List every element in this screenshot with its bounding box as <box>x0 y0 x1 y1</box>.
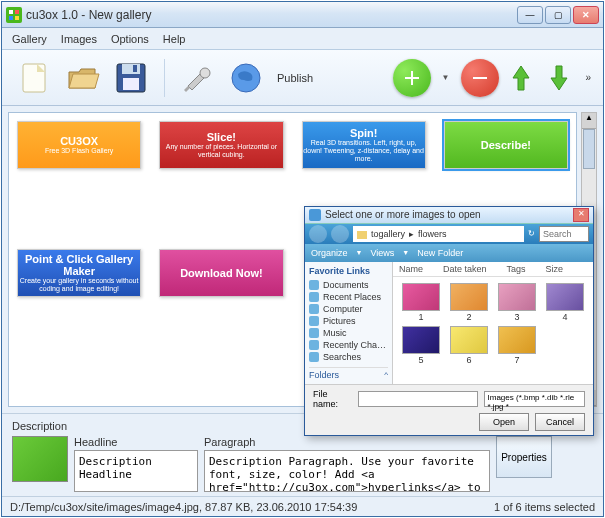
svg-rect-12 <box>473 77 487 79</box>
sidebar-item[interactable]: Recently Chan... <box>309 339 388 351</box>
sidebar-item[interactable]: Computer <box>309 303 388 315</box>
favorites-label: Favorite Links <box>309 266 388 276</box>
svg-rect-0 <box>6 7 22 23</box>
svg-rect-3 <box>9 16 13 20</box>
cancel-button[interactable]: Cancel <box>535 413 585 431</box>
breadcrumb-current: flowers <box>418 229 447 239</box>
svg-rect-8 <box>123 78 139 90</box>
breadcrumb-parent: togallery <box>371 229 405 239</box>
paragraph-input[interactable] <box>204 450 490 492</box>
add-button[interactable] <box>393 59 431 97</box>
file-open-dialog: Select one or more images to open ✕ toga… <box>304 206 594 436</box>
open-button[interactable] <box>62 57 104 99</box>
chevron-right-icon: ▸ <box>409 229 414 239</box>
dialog-titlebar: Select one or more images to open ✕ <box>305 207 593 224</box>
views-button[interactable]: Views <box>370 248 394 258</box>
nav-back-button[interactable] <box>309 225 327 243</box>
save-button[interactable] <box>110 57 152 99</box>
file-item[interactable]: 2 <box>447 283 491 322</box>
folder-icon <box>357 229 367 239</box>
headline-input[interactable] <box>74 450 198 492</box>
col-name[interactable]: Name <box>399 264 423 274</box>
breadcrumb[interactable]: togallery ▸ flowers <box>353 226 524 242</box>
add-dropdown[interactable]: ▼ <box>441 73 451 82</box>
column-headers[interactable]: Name Date taken Tags Size <box>393 262 593 277</box>
toolbar-overflow[interactable]: » <box>585 72 591 83</box>
menu-help[interactable]: Help <box>163 33 186 45</box>
dialog-bottom: File name: Images (*.bmp *.dib *.rle *.j… <box>305 384 593 435</box>
maximize-button[interactable]: ▢ <box>545 6 571 24</box>
col-tags[interactable]: Tags <box>507 264 526 274</box>
gallery-thumb[interactable]: Point & Click Gallery MakerCreate your g… <box>17 249 141 297</box>
window-title: cu3ox 1.0 - New gallery <box>26 8 517 22</box>
remove-button[interactable] <box>461 59 499 97</box>
file-item[interactable]: 3 <box>495 283 539 322</box>
file-item[interactable]: 1 <box>399 283 443 322</box>
scroll-up-button[interactable]: ▲ <box>582 113 596 129</box>
move-down-button[interactable] <box>543 59 575 97</box>
minimize-button[interactable]: — <box>517 6 543 24</box>
dialog-close-button[interactable]: ✕ <box>573 208 589 222</box>
status-path: D:/Temp/cu3ox/site/images/image4.jpg, 87… <box>10 501 357 513</box>
nav-forward-button[interactable] <box>331 225 349 243</box>
dialog-toolbar: Organize▼ Views▼ New Folder <box>305 244 593 262</box>
dialog-search-input[interactable] <box>539 226 589 242</box>
gallery-thumb[interactable]: Spin!Real 3D transitions. Left, right, u… <box>302 121 426 169</box>
app-icon <box>6 7 22 23</box>
open-button[interactable]: Open <box>479 413 529 431</box>
organize-button[interactable]: Organize <box>311 248 348 258</box>
scroll-thumb[interactable] <box>583 129 595 169</box>
file-item[interactable]: 5 <box>399 326 443 365</box>
filename-label: File name: <box>313 389 352 409</box>
menu-gallery[interactable]: Gallery <box>12 33 47 45</box>
new-folder-button[interactable]: New Folder <box>417 248 463 258</box>
dialog-sidebar: Favorite Links DocumentsRecent PlacesCom… <box>305 262 393 384</box>
col-size[interactable]: Size <box>546 264 564 274</box>
gallery-thumb[interactable]: Slice!Any number of pieces. Horizontal o… <box>159 121 283 169</box>
toolbar: Publish ▼ » <box>2 50 603 106</box>
svg-rect-4 <box>15 16 19 20</box>
gallery-thumb[interactable]: Describe! <box>444 121 568 169</box>
description-preview-thumb <box>12 436 68 482</box>
file-filter-dropdown[interactable]: Images (*.bmp *.dib *.rle *.jpg * <box>484 391 585 407</box>
file-item[interactable]: 7 <box>495 326 539 365</box>
menu-options[interactable]: Options <box>111 33 149 45</box>
refresh-icon[interactable]: ↻ <box>528 229 535 238</box>
status-selection: 1 of 6 items selected <box>494 501 595 513</box>
dialog-nav: togallery ▸ flowers ↻ <box>305 224 593 244</box>
svg-rect-7 <box>122 64 140 74</box>
new-button[interactable] <box>14 57 56 99</box>
svg-rect-2 <box>15 10 19 14</box>
sidebar-item[interactable]: Documents <box>309 279 388 291</box>
folders-label[interactable]: Folders ^ <box>309 367 388 380</box>
toolbar-separator <box>164 59 165 97</box>
close-button[interactable]: ✕ <box>573 6 599 24</box>
sidebar-item[interactable]: Pictures <box>309 315 388 327</box>
col-date[interactable]: Date taken <box>443 264 487 274</box>
file-item[interactable]: 6 <box>447 326 491 365</box>
publish-button[interactable] <box>225 57 267 99</box>
svg-rect-5 <box>23 64 45 92</box>
sidebar-item[interactable]: Music <box>309 327 388 339</box>
svg-rect-9 <box>133 65 137 72</box>
filename-input[interactable] <box>358 391 478 407</box>
titlebar: cu3ox 1.0 - New gallery — ▢ ✕ <box>2 2 603 28</box>
publish-label: Publish <box>277 72 313 84</box>
file-item[interactable]: 4 <box>543 283 587 322</box>
menu-images[interactable]: Images <box>61 33 97 45</box>
sidebar-item[interactable]: Searches <box>309 351 388 363</box>
svg-rect-1 <box>9 10 13 14</box>
svg-rect-13 <box>309 209 321 221</box>
sidebar-item[interactable]: Recent Places <box>309 291 388 303</box>
menubar: Gallery Images Options Help <box>2 28 603 50</box>
gallery-thumb[interactable]: CU3OXFree 3D Flash Gallery <box>17 121 141 169</box>
svg-rect-14 <box>357 231 367 239</box>
dialog-icon <box>309 209 321 221</box>
dialog-title: Select one or more images to open <box>325 209 573 220</box>
svg-point-10 <box>200 68 210 78</box>
paragraph-label: Paragraph <box>204 436 490 448</box>
settings-button[interactable] <box>177 57 219 99</box>
move-up-button[interactable] <box>505 59 537 97</box>
gallery-thumb[interactable]: Download Now! <box>159 249 283 297</box>
properties-button[interactable]: Properties <box>496 436 552 478</box>
